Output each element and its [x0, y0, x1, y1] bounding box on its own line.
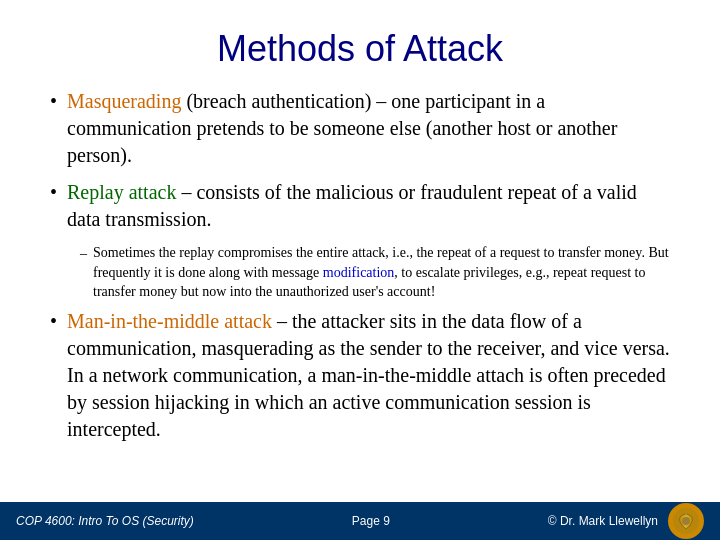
- bullet-symbol-1: •: [50, 90, 57, 113]
- bullet-text-mitm: Man-in-the-middle attack – the attacker …: [67, 308, 670, 443]
- slide: Methods of Attack • Masquerading (breach…: [0, 0, 720, 540]
- sub-bullet-container: – Sometimes the replay compromises the e…: [80, 243, 670, 302]
- bullet-item-masquerading: • Masquerading (breach authentication) –…: [50, 88, 670, 169]
- bullet-symbol-3: •: [50, 310, 57, 333]
- sub-bullet-item: – Sometimes the replay compromises the e…: [80, 243, 670, 302]
- bullet-text-replay: Replay attack – consists of the maliciou…: [67, 179, 670, 233]
- footer-course: COP 4600: Intro To OS (Security): [16, 514, 194, 528]
- logo-icon: [672, 507, 700, 535]
- content-area: • Masquerading (breach authentication) –…: [40, 88, 680, 540]
- footer-copyright: © Dr. Mark Llewellyn: [548, 514, 658, 528]
- footer: COP 4600: Intro To OS (Security) Page 9 …: [0, 502, 720, 540]
- highlight-masquerading: Masquerading: [67, 90, 181, 112]
- sub-bullet-dash: –: [80, 244, 87, 264]
- sub-bullet-text: Sometimes the replay compromises the ent…: [93, 243, 670, 302]
- bullet-symbol-2: •: [50, 181, 57, 204]
- bullet-text-masquerading: Masquerading (breach authentication) – o…: [67, 88, 670, 169]
- bullet-item-mitm: • Man-in-the-middle attack – the attacke…: [50, 308, 670, 443]
- bullet-item-replay: • Replay attack – consists of the malici…: [50, 179, 670, 233]
- footer-page: Page 9: [352, 514, 390, 528]
- slide-title: Methods of Attack: [40, 28, 680, 70]
- highlight-mitm: Man-in-the-middle attack: [67, 310, 272, 332]
- footer-right-group: © Dr. Mark Llewellyn: [548, 503, 704, 539]
- footer-logo: [668, 503, 704, 539]
- highlight-replay: Replay attack: [67, 181, 176, 203]
- highlight-modification: modification: [323, 265, 395, 280]
